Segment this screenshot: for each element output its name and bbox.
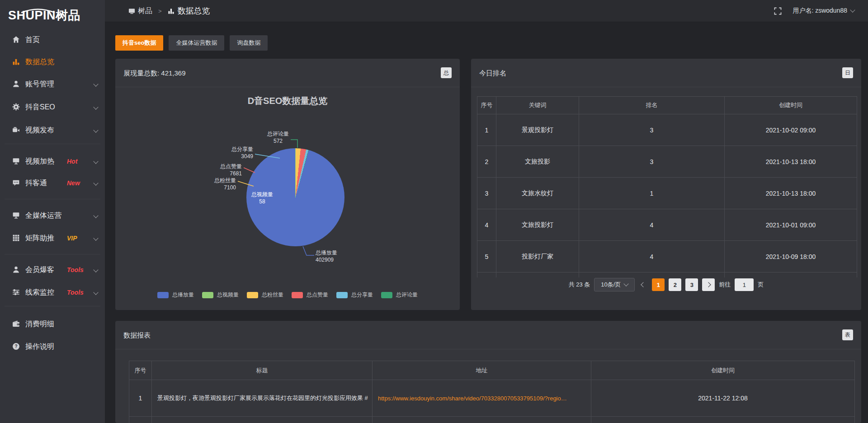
chevron-down-icon — [93, 290, 98, 295]
topbar-right: 用户名: zswodun88 — [774, 7, 868, 15]
legend-swatch — [157, 292, 169, 298]
ranking-panel-title: 今日排名 — [479, 69, 506, 78]
col-keyword: 关键词 — [496, 97, 579, 114]
vip-badge: VIP — [67, 229, 77, 247]
chevron-down-icon — [93, 159, 98, 164]
pagination: 共 23 条 10条/页 1 2 3 前往 1 页 — [471, 278, 861, 291]
table-header-row: 序号 标题 地址 创建时间 — [129, 361, 855, 380]
table-header-row: 序号 关键词 排名 创建时间 — [477, 97, 857, 114]
home-icon — [12, 36, 20, 43]
prev-page-button[interactable] — [639, 283, 648, 287]
tab-inquiry-data[interactable]: 询盘数据 — [230, 35, 268, 51]
video-url-link[interactable]: https://www.iesdouyin.com/share/video/70… — [378, 395, 567, 402]
next-page-button[interactable] — [702, 278, 715, 291]
pie-label-fans: 总粉丝量7100 — [191, 177, 236, 191]
chart-legend: 总播放量 总视频量 总粉丝量 总点赞量 总分享量 总评论量 — [115, 291, 460, 299]
report-panel: 数据报表 表 序号 标题 地址 创建时间 1 景观投影灯，夜游景观投影灯厂家展示… — [115, 321, 861, 423]
sidebar-item-label: 抖音SEO — [25, 98, 55, 116]
user-star-icon — [12, 266, 20, 273]
sidebar-item-video-publish[interactable]: 视频发布 — [0, 121, 105, 139]
chevron-down-icon — [93, 180, 98, 185]
day-badge-button[interactable]: 日 — [842, 67, 853, 78]
pie-label-videos: 总视频量58 — [244, 191, 280, 205]
video-publish-icon — [12, 126, 20, 134]
chevron-down-icon — [93, 213, 98, 218]
sidebar-item-label: 抖客通 — [25, 174, 47, 192]
chevron-down-icon — [93, 267, 98, 272]
sidebar-item-label: 首页 — [25, 31, 40, 49]
logo-arc — [20, 3, 56, 14]
legend-item[interactable]: 总粉丝量 — [247, 291, 283, 299]
col-rank: 排名 — [579, 97, 725, 114]
sidebar-item-label: 全媒体运营 — [25, 207, 61, 225]
sidebar: SHUPIN树品 首页 数据总览 账号管理 抖音SEO 视频发布 — [0, 0, 105, 423]
sidebar-item-lead-monitor[interactable]: 线索监控 Tools — [0, 283, 105, 301]
chevron-down-icon — [624, 281, 629, 286]
bar-chart-icon — [168, 8, 175, 14]
pie-label-comments: 总评论量572 — [264, 130, 292, 145]
goto-label: 前往 — [719, 281, 731, 289]
table-row: 1 景观投影灯，夜游景观投影灯厂家展示展示落花灯在花园里的灯光投影应用效果 # … — [129, 380, 855, 417]
page-button-1[interactable]: 1 — [652, 278, 665, 291]
page-size-select[interactable]: 10条/页 — [594, 278, 635, 291]
tools-badge: Tools — [67, 261, 84, 279]
col-index: 序号 — [129, 361, 152, 380]
table-row: 2文旅投影32021-10-13 18:00 — [477, 146, 857, 178]
sidebar-item-member-baoke[interactable]: 会员爆客 Tools — [0, 261, 105, 279]
sidebar-item-account[interactable]: 账号管理 — [0, 75, 105, 93]
table-row: 5投影灯厂家42021-10-09 18:00 — [477, 241, 857, 273]
sidebar-item-video-heat[interactable]: 视频加热 Hot — [0, 152, 105, 170]
sidebar-item-label: 视频发布 — [25, 121, 54, 139]
sidebar-item-help[interactable]: ? 操作说明 — [0, 338, 105, 356]
sidebar-item-data-overview[interactable]: 数据总览 — [0, 53, 105, 71]
ranking-panel: 今日排名 日 序号 关键词 排名 创建时间 1景观投影灯32021-10-02 … — [471, 59, 861, 310]
legend-item[interactable]: 总播放量 — [157, 291, 194, 299]
logo[interactable]: SHUPIN树品 — [8, 7, 99, 25]
page-button-2[interactable]: 2 — [669, 278, 681, 291]
tab-omnimedia-data[interactable]: 全媒体运营数据 — [169, 35, 224, 51]
goto-unit: 页 — [758, 281, 764, 289]
user-menu[interactable]: 用户名: zswodun88 — [793, 7, 854, 15]
fullscreen-icon[interactable] — [774, 7, 782, 15]
screen-icon — [128, 8, 135, 14]
legend-item[interactable]: 总视频量 — [202, 291, 239, 299]
col-title: 标题 — [152, 361, 373, 380]
col-address: 地址 — [373, 361, 591, 380]
total-badge-button[interactable]: 总 — [441, 67, 452, 78]
tools-badge: Tools — [67, 283, 84, 301]
sidebar-item-label: 会员爆客 — [25, 261, 54, 279]
sidebar-item-douketong[interactable]: 抖客通 New — [0, 174, 105, 192]
legend-item[interactable]: 总点赞量 — [292, 291, 328, 299]
sidebar-item-omnimedia[interactable]: 全媒体运营 — [0, 207, 105, 225]
table-row-clipped — [477, 273, 857, 278]
sidebar-item-label: 线索监控 — [25, 283, 54, 301]
breadcrumb-root[interactable]: 树品 — [128, 6, 152, 16]
table-badge-button[interactable]: 表 — [842, 329, 853, 340]
tab-douyin-seo[interactable]: 抖音seo数据 — [115, 35, 163, 51]
sliders-icon — [12, 288, 20, 296]
sidebar-item-douyin-seo[interactable]: 抖音SEO — [0, 98, 105, 116]
goto-page-input[interactable]: 1 — [735, 278, 754, 291]
breadcrumb-current[interactable]: 数据总览 — [168, 5, 210, 16]
sidebar-item-consumption[interactable]: 消费明细 — [0, 315, 105, 333]
chart-title: D音SEO数据量总览 — [115, 95, 460, 107]
user-icon — [12, 80, 20, 88]
page-button-3[interactable]: 3 — [685, 278, 698, 291]
sidebar-item-matrix-boost[interactable]: 矩阵助推 VIP — [0, 229, 105, 247]
sidebar-divider — [5, 306, 100, 306]
chevron-left-icon — [641, 282, 646, 287]
breadcrumb: 树品 > 数据总览 — [105, 5, 210, 16]
legend-swatch — [336, 292, 348, 298]
bar-chart-icon — [12, 58, 20, 66]
legend-item[interactable]: 总评论量 — [381, 291, 418, 299]
sidebar-divider — [5, 254, 100, 254]
ranking-table: 序号 关键词 排名 创建时间 1景观投影灯32021-10-02 09:00 2… — [477, 96, 857, 277]
data-tabs: 抖音seo数据 全媒体运营数据 询盘数据 — [115, 35, 268, 51]
breadcrumb-current-label: 数据总览 — [178, 5, 210, 16]
panel-divider — [471, 87, 861, 87]
legend-item[interactable]: 总分享量 — [336, 291, 373, 299]
legend-swatch — [381, 292, 392, 298]
pie-label-plays: 总播放量402909 — [316, 249, 365, 263]
legend-swatch — [292, 292, 303, 298]
sidebar-item-home[interactable]: 首页 — [0, 31, 105, 49]
